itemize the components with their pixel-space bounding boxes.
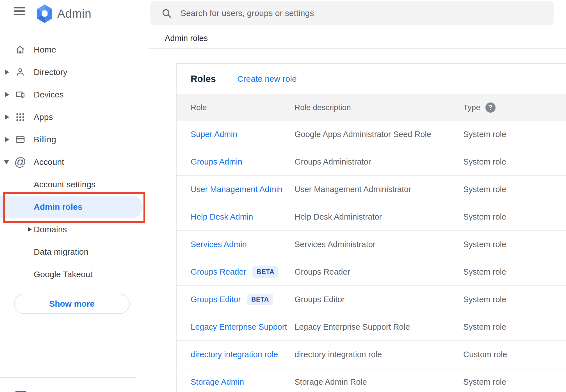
role-description: Help Desk Administrator bbox=[295, 212, 463, 222]
role-type: System role bbox=[463, 157, 566, 167]
role-link[interactable]: Super Admin bbox=[191, 130, 237, 139]
column-header-role: Role bbox=[191, 103, 295, 112]
role-link[interactable]: Groups Admin bbox=[191, 157, 242, 167]
app-logo: Admin bbox=[36, 4, 92, 23]
sidebar-item-label: Domains bbox=[34, 225, 67, 234]
annotation-red-box bbox=[3, 192, 145, 223]
sidebar-bottom-divider bbox=[0, 377, 136, 378]
role-type: System role bbox=[463, 212, 566, 222]
at-sign-icon: @ bbox=[15, 156, 26, 168]
credit-card-icon bbox=[15, 134, 26, 145]
roles-card: Roles Create new role Role Role descript… bbox=[176, 63, 566, 392]
apps-grid-icon bbox=[15, 111, 26, 123]
table-row: Help Desk Admin Help Desk Administrator … bbox=[177, 203, 566, 231]
sidebar-item-billing[interactable]: Billing bbox=[0, 128, 149, 151]
sidebar-item-label: Data migration bbox=[34, 247, 88, 257]
expand-arrow-icon bbox=[5, 115, 9, 120]
role-description: Legacy Enterprise Support Role bbox=[295, 322, 463, 332]
devices-icon bbox=[15, 89, 26, 100]
column-header-type: Type ? bbox=[463, 102, 566, 113]
collapse-arrow-icon bbox=[4, 160, 9, 164]
role-link[interactable]: User Management Admin bbox=[191, 185, 282, 194]
person-icon bbox=[15, 67, 26, 78]
role-link[interactable]: Services Admin bbox=[191, 240, 247, 249]
role-type: Custom role bbox=[463, 350, 566, 359]
sidebar-nav: Home Directory bbox=[0, 38, 149, 286]
sidebar-item-directory[interactable]: Directory bbox=[0, 61, 149, 83]
expand-arrow-icon bbox=[5, 70, 9, 75]
beta-badge: BETA bbox=[252, 266, 279, 278]
table-header-row: Role Role description Type ? bbox=[177, 94, 566, 121]
table-row: User Management Admin User Management Ad… bbox=[177, 176, 566, 203]
table-row: Super Admin Google Apps Administrator Se… bbox=[177, 121, 566, 148]
expand-arrow-icon bbox=[5, 137, 9, 142]
topbar-divider bbox=[149, 48, 566, 49]
role-description: directory integration role bbox=[295, 350, 463, 359]
create-new-role-link[interactable]: Create new role bbox=[237, 74, 297, 84]
sidebar-item-label: Account bbox=[34, 157, 64, 167]
role-link[interactable]: Groups Editor bbox=[191, 295, 241, 304]
table-row: Storage Admin Storage Admin Role System … bbox=[177, 368, 566, 392]
sidebar-item-devices[interactable]: Devices bbox=[0, 83, 149, 106]
role-description: Services Administrator bbox=[295, 240, 463, 249]
sidebar-item-home[interactable]: Home bbox=[0, 38, 149, 61]
breadcrumb: Admin roles bbox=[165, 34, 208, 43]
role-description: Storage Admin Role bbox=[295, 377, 463, 387]
role-type: System role bbox=[463, 267, 566, 277]
show-more-button[interactable]: Show more bbox=[14, 294, 130, 314]
app-name: Admin bbox=[57, 7, 92, 20]
sidebar-item-account[interactable]: @ Account bbox=[0, 151, 149, 173]
search-icon bbox=[161, 8, 172, 19]
sidebar-item-label: Account settings bbox=[34, 180, 95, 189]
search-input[interactable] bbox=[180, 8, 554, 18]
table-row: Services Admin Services Administrator Sy… bbox=[177, 231, 566, 258]
sidebar-item-label: Directory bbox=[34, 67, 67, 77]
role-description: User Management Administrator bbox=[295, 185, 463, 194]
role-link[interactable]: Groups Reader bbox=[191, 267, 246, 277]
role-link[interactable]: directory integration role bbox=[191, 350, 278, 359]
table-row: Groups Admin Groups Administrator System… bbox=[177, 148, 566, 176]
role-type: System role bbox=[463, 377, 566, 387]
role-type: System role bbox=[463, 240, 566, 249]
beta-badge: BETA bbox=[247, 294, 273, 305]
sidebar-item-apps[interactable]: Apps bbox=[0, 106, 149, 128]
table-row: Groups Editor BETA Groups Editor System … bbox=[177, 286, 566, 313]
expand-arrow-icon bbox=[5, 92, 9, 97]
card-title: Roles bbox=[191, 74, 216, 84]
search-bar[interactable] bbox=[150, 1, 554, 25]
expand-arrow-icon bbox=[28, 227, 32, 232]
role-type: System role bbox=[463, 130, 566, 139]
support-icon[interactable] bbox=[15, 391, 26, 392]
column-header-description: Role description bbox=[295, 103, 463, 112]
role-description: Google Apps Administrator Seed Role bbox=[295, 130, 463, 139]
sidebar-item-label: Google Takeout bbox=[34, 270, 93, 279]
hamburger-menu-icon[interactable] bbox=[14, 7, 25, 17]
sidebar-item-label: Devices bbox=[34, 90, 64, 99]
role-type: System role bbox=[463, 185, 566, 194]
table-row: Legacy Enterprise Support Legacy Enterpr… bbox=[177, 313, 566, 341]
sidebar-item-google-takeout[interactable]: Google Takeout bbox=[0, 263, 149, 286]
role-type: System role bbox=[463, 322, 566, 332]
admin-console-screen: Admin Home bbox=[0, 0, 566, 392]
table-row: Groups Reader BETA Groups Reader System … bbox=[177, 258, 566, 286]
sidebar-item-label: Billing bbox=[34, 135, 56, 144]
home-icon bbox=[15, 44, 26, 55]
roles-card-header: Roles Create new role bbox=[177, 64, 566, 94]
sidebar-item-label: Apps bbox=[34, 112, 53, 122]
role-description: Groups Reader bbox=[295, 267, 463, 277]
role-link[interactable]: Help Desk Admin bbox=[191, 212, 253, 222]
admin-hexagon-logo-icon bbox=[36, 4, 53, 23]
role-type: System role bbox=[463, 295, 566, 304]
help-icon[interactable]: ? bbox=[485, 102, 496, 113]
role-description: Groups Administrator bbox=[295, 157, 463, 167]
role-description: Groups Editor bbox=[295, 295, 463, 304]
sidebar-item-label: Home bbox=[34, 45, 56, 54]
role-link[interactable]: Legacy Enterprise Support bbox=[191, 322, 287, 332]
sidebar-item-data-migration[interactable]: Data migration bbox=[0, 241, 149, 263]
role-link[interactable]: Storage Admin bbox=[191, 377, 244, 387]
table-row: directory integration role directory int… bbox=[177, 341, 566, 368]
